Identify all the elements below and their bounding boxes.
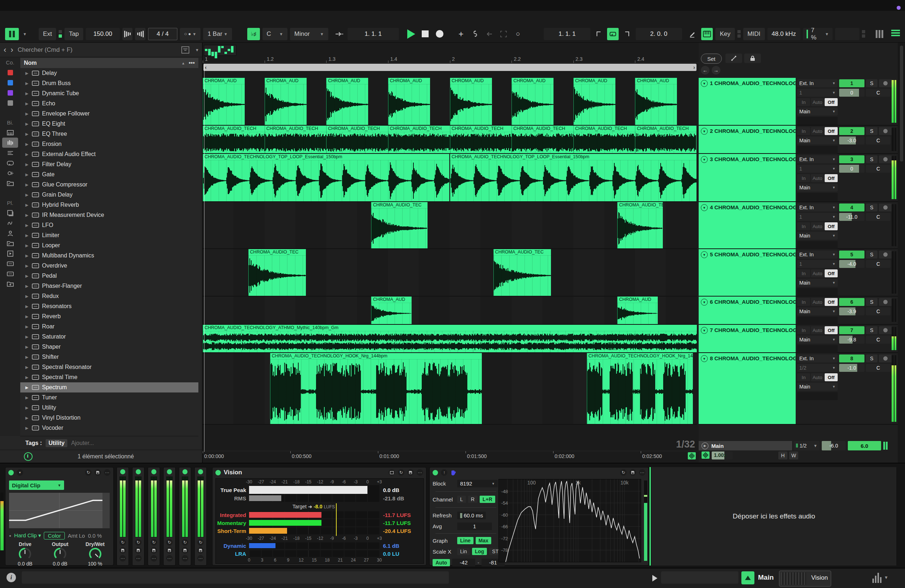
save-preset-icon[interactable]: [119, 547, 126, 554]
punch-out-button[interactable]: [621, 28, 633, 40]
input-channel-select[interactable]: 1▼: [797, 89, 838, 97]
scalex-lin-button[interactable]: Lin: [457, 548, 470, 555]
solo-button[interactable]: S: [866, 155, 878, 163]
loop-button[interactable]: [607, 28, 619, 40]
list-item[interactable]: ▶Grain Delay: [20, 190, 198, 200]
expand-icon[interactable]: ▶: [25, 375, 29, 380]
list-item[interactable]: ▶Redux: [20, 291, 198, 301]
loop-length-field[interactable]: 2. 0. 0: [636, 28, 682, 40]
playhead[interactable]: [204, 64, 205, 452]
chevron-down-icon[interactable]: ▼: [884, 575, 888, 580]
list-item[interactable]: ▶Resonators: [20, 301, 198, 311]
eq-bars-icon[interactable]: [2, 138, 18, 148]
expand-icon[interactable]: ▶: [25, 162, 29, 167]
filter-icon[interactable]: [181, 46, 189, 54]
track-header[interactable]: ▼2 CHROMA_AUDIO_TECHNOLOGYInAutoOffMain▼…: [699, 126, 898, 154]
record-arm-button[interactable]: [879, 326, 892, 334]
monitor-auto-button[interactable]: Auto: [811, 298, 824, 306]
volume-field[interactable]: -9.8: [839, 335, 864, 343]
audio-clip[interactable]: CHROMA_AUDIO_TECHNOLOGY_HOOK_Nrg_144bpm: [587, 353, 693, 424]
list-item[interactable]: ▶Looper: [20, 240, 198, 251]
track-name[interactable]: ▼5 CHROMA_AUDIO_TECHNOLOGY: [699, 249, 795, 296]
pan-field[interactable]: C: [866, 307, 891, 315]
clip-mode-select[interactable]: Digital Clip▼: [9, 480, 64, 490]
unfold-track-icon[interactable]: ▼: [701, 156, 708, 163]
volume-field[interactable]: -3.0: [839, 137, 864, 145]
monitor-in-button[interactable]: In: [797, 326, 810, 334]
arrangement-view-icon[interactable]: [891, 30, 900, 38]
more-options-icon[interactable]: ···: [639, 469, 645, 476]
follow-speed-icon[interactable]: [702, 451, 710, 459]
hand-drag-icon[interactable]: [450, 470, 456, 476]
audio-clip[interactable]: CHROMA_AUD: [573, 78, 615, 125]
collapsed-device-strip[interactable]: ↻···: [148, 467, 160, 566]
computer-midi-keyboard-button[interactable]: [701, 28, 713, 40]
save-preset-icon[interactable]: [94, 469, 101, 476]
draw-mode-button[interactable]: [687, 28, 699, 40]
user-icon[interactable]: [2, 228, 18, 238]
device-on-button[interactable]: [167, 469, 172, 474]
track-header[interactable]: ▼7 CHROMA_AUDIO_TECHNOLOGYInAutoOffMain▼…: [699, 325, 898, 353]
unfold-track-icon[interactable]: ▼: [701, 355, 708, 362]
list-item[interactable]: ▶Utility: [20, 403, 198, 413]
hot-swap-icon[interactable]: ↻: [620, 469, 627, 476]
expand-icon[interactable]: ▶: [25, 152, 29, 157]
hot-swap-icon[interactable]: ↻: [197, 539, 204, 546]
overdub-plus-button[interactable]: +: [455, 28, 467, 40]
input-type-select[interactable]: Ext. In▼: [797, 251, 838, 259]
audio-clip[interactable]: CHROMA_AUDIO_TECH: [511, 126, 573, 153]
expand-icon[interactable]: ▶: [25, 304, 29, 309]
track-arm-number-chip[interactable]: 3: [839, 155, 864, 163]
track-arm-number-chip[interactable]: 1: [839, 79, 864, 87]
unfold-track-icon[interactable]: ▼: [701, 251, 708, 258]
automation-arm-button[interactable]: [470, 28, 481, 40]
plug-icon[interactable]: [2, 168, 18, 178]
pan-field[interactable]: C: [866, 260, 891, 268]
panels-icon[interactable]: [2, 208, 18, 218]
refresh-field[interactable]: 60.0 ms: [457, 512, 486, 519]
more-options-icon[interactable]: ···: [151, 555, 157, 562]
expand-icon[interactable]: ▶: [25, 284, 29, 289]
piano-icon[interactable]: [2, 127, 18, 138]
device-chain-preview[interactable]: Vision: [779, 571, 831, 586]
tag-chip[interactable]: Utility: [46, 439, 67, 447]
list-item[interactable]: ▶Echo: [20, 99, 198, 109]
record-arm-button[interactable]: [879, 298, 892, 306]
arrangement-track-row[interactable]: CHROMA_AUDIO_TECCHROMA_AUDIO_TEC: [203, 202, 697, 249]
monitor-off-button[interactable]: Off: [825, 222, 838, 230]
input-channel-select[interactable]: 1/2▼: [797, 364, 838, 372]
push-transfer-icon[interactable]: [24, 452, 33, 461]
pan-field[interactable]: C: [866, 165, 891, 173]
expand-icon[interactable]: ▶: [25, 91, 29, 96]
track-header[interactable]: ▼4 CHROMA_AUDIO_TECHNOLOGYExt. In▼1▼InAu…: [699, 202, 898, 249]
monitor-off-button[interactable]: Off: [825, 174, 838, 182]
preview-play-icon[interactable]: [653, 575, 657, 582]
audio-clip[interactable]: CHROMA_AUD: [450, 78, 492, 125]
expand-icon[interactable]: ▶: [25, 385, 29, 390]
plugin-window-icon[interactable]: [388, 469, 395, 476]
list-item[interactable]: ▶Limiter: [20, 230, 198, 240]
monitor-off-button[interactable]: Off: [825, 127, 838, 135]
record-arm-button[interactable]: [879, 79, 892, 87]
output-select[interactable]: Main▼: [797, 335, 838, 343]
audio-clip[interactable]: CHROMA_AUD: [326, 78, 368, 125]
tempo-follower-button[interactable]: [5, 28, 19, 40]
list-item[interactable]: ▶Spectral Time: [20, 372, 198, 382]
record-arm-button[interactable]: [879, 354, 892, 362]
metronome-button[interactable]: ○●▼: [180, 28, 201, 40]
play-box-icon[interactable]: [2, 248, 18, 259]
audio-clip[interactable]: CHROMA_AUD: [203, 78, 245, 125]
record-button[interactable]: [433, 28, 445, 40]
arrangement-position-field[interactable]: 1. 1. 1: [348, 28, 399, 40]
pan-field[interactable]: C: [866, 89, 891, 97]
collapsed-device-strip[interactable]: ↻···: [179, 467, 191, 566]
list-item[interactable]: ▶Shaper: [20, 342, 198, 352]
more-options-icon[interactable]: ···: [166, 555, 173, 562]
scroll-left-icon[interactable]: ‹: [205, 64, 207, 70]
expand-icon[interactable]: ▶: [25, 426, 29, 431]
audio-clip[interactable]: CHROMA_AUD: [511, 78, 554, 125]
tap-tempo-button[interactable]: Tap: [64, 28, 83, 40]
hot-swap-icon[interactable]: ↻: [398, 469, 404, 476]
monitor-auto-button[interactable]: Auto: [811, 98, 824, 106]
audio-clip[interactable]: CHROMA_AUDIO_TECH: [635, 126, 696, 153]
